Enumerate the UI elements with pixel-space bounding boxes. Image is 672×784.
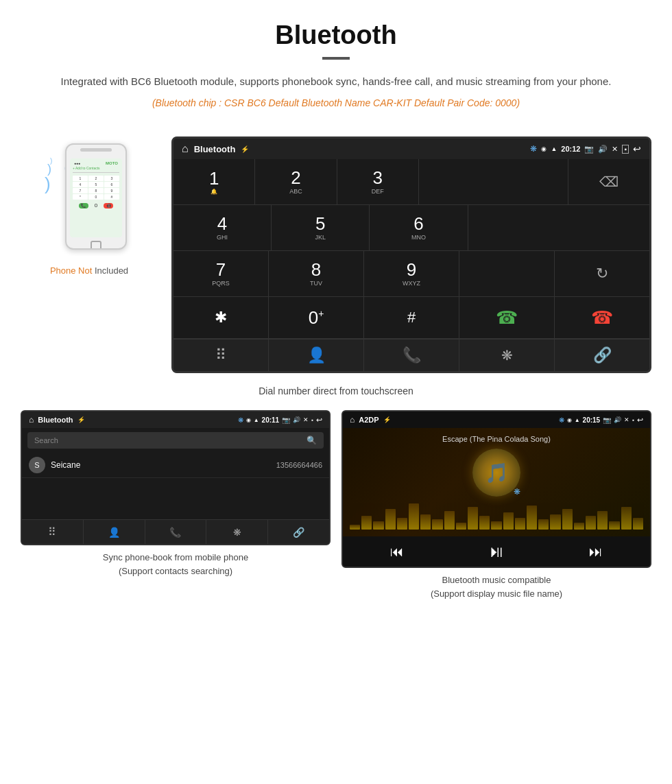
- key-9[interactable]: 9 WXYZ: [364, 251, 459, 296]
- pb-nav-bluetooth[interactable]: ❋: [206, 520, 268, 544]
- music-wifi-icon: ▲: [575, 417, 580, 423]
- empty-row3a: [459, 251, 555, 296]
- play-pause-button[interactable]: ⏯: [488, 542, 505, 561]
- pb-search-placeholder: Search: [34, 436, 58, 444]
- dial-status-bar: ⌂ Bluetooth ⚡ ❋ ◉ ▲ 20:12 📷 🔊 ✕ ▪ ↩: [173, 139, 649, 159]
- music-eq-bars: [350, 502, 643, 530]
- pb-bt-icon: ❋: [238, 416, 243, 424]
- refresh-button[interactable]: ↻: [555, 251, 649, 296]
- car-dial-screen: ⌂ Bluetooth ⚡ ❋ ◉ ▲ 20:12 📷 🔊 ✕ ▪ ↩ 1 🔔: [171, 136, 651, 373]
- pb-contact-number: 13566664466: [276, 461, 322, 469]
- pb-nav-bar: ⠿ 👤 📞 ❋ 🔗: [22, 519, 329, 544]
- pb-home-icon: ⌂: [29, 415, 34, 425]
- music-screen: ⌂ A2DP ⚡ ❋ ◉ ▲ 20:15 📷 🔊 ✕ ▪ ↩ E: [341, 410, 651, 568]
- pb-nav-person[interactable]: 👤: [84, 520, 145, 544]
- status-time: 20:12: [561, 145, 580, 153]
- dial-screen-label: Bluetooth: [194, 144, 236, 154]
- pb-nav-link[interactable]: 🔗: [268, 520, 329, 544]
- nav-grid[interactable]: ⠿: [173, 340, 269, 371]
- phone-area: ) ) ) ϴ ●●● MOTO + Add to Contacts: [21, 136, 158, 276]
- nav-phone[interactable]: 📞: [364, 340, 459, 371]
- pb-status-bar: ⌂ Bluetooth ⚡ ❋ ◉ ▲ 20:11 📷 🔊 ✕ ▪ ↩: [22, 412, 329, 428]
- nav-person[interactable]: 👤: [269, 340, 364, 371]
- dial-row-2: 4 GHI 5 JKL 6 MNO: [173, 205, 649, 251]
- music-caption: Bluetooth music compatible(Support displ…: [431, 573, 562, 600]
- key-5[interactable]: 5 JKL: [272, 205, 370, 250]
- pb-contact-row: S Seicane 13566664466: [22, 453, 329, 478]
- dial-row-4: ✱ 0+ # ☎ ☎: [173, 297, 649, 339]
- music-home-icon: ⌂: [350, 415, 355, 425]
- bottom-screenshots: ⌂ Bluetooth ⚡ ❋ ◉ ▲ 20:11 📷 🔊 ✕ ▪ ↩: [0, 410, 672, 600]
- pb-win-icon: ▪: [311, 417, 313, 423]
- header-specs: (Bluetooth chip : CSR BC6 Default Blueto…: [41, 95, 631, 110]
- refresh-icon: ↻: [596, 265, 608, 283]
- header-description: Integrated with BC6 Bluetooth module, su…: [41, 73, 631, 90]
- pb-contact-name: Seicane: [51, 460, 271, 470]
- page-title: Bluetooth: [41, 21, 631, 50]
- key-7[interactable]: 7 PQRS: [173, 251, 269, 296]
- bt-status-icon: ❋: [530, 144, 537, 154]
- nav-link[interactable]: 🔗: [555, 340, 649, 371]
- pb-title: Bluetooth: [38, 416, 73, 424]
- music-vol-icon: 🔊: [614, 416, 621, 423]
- key-2[interactable]: 2 ABC: [255, 159, 337, 204]
- music-song-title: Escape (The Pina Colada Song): [442, 435, 551, 443]
- home-icon: ⌂: [182, 143, 189, 155]
- dial-display: [419, 159, 568, 204]
- pb-nav-grid[interactable]: ⠿: [22, 520, 84, 544]
- dial-row-3: 7 PQRS 8 TUV 9 WXYZ ↻: [173, 251, 649, 297]
- music-main-area: Escape (The Pina Colada Song) 🎵 ❋: [343, 428, 650, 536]
- skip-back-button[interactable]: ⏮: [390, 544, 404, 560]
- pb-nav-phone[interactable]: 📞: [145, 520, 207, 544]
- music-controls: ⏮ ⏯ ⏭: [343, 536, 650, 567]
- pb-loc-icon: ◉: [246, 417, 251, 423]
- delete-icon: ⌫: [599, 174, 619, 190]
- music-time: 20:15: [583, 416, 601, 424]
- pb-close-icon: ✕: [303, 416, 309, 423]
- music-status-bar: ⌂ A2DP ⚡ ❋ ◉ ▲ 20:15 📷 🔊 ✕ ▪ ↩: [343, 412, 650, 428]
- skip-forward-button[interactable]: ⏭: [589, 544, 603, 560]
- music-screenshot-box: ⌂ A2DP ⚡ ❋ ◉ ▲ 20:15 📷 🔊 ✕ ▪ ↩ E: [341, 410, 651, 600]
- bluetooth-waves-icon: ) ) ): [45, 157, 52, 195]
- location-icon: ◉: [541, 145, 547, 152]
- volume-icon: 🔊: [598, 145, 608, 154]
- phone-mockup: ●●● MOTO + Add to Contacts 123 456 789 *…: [65, 143, 127, 250]
- pb-cam-icon: 📷: [282, 416, 290, 424]
- music-usb-icon: ⚡: [383, 416, 391, 423]
- search-icon: 🔍: [307, 436, 317, 445]
- phonebook-caption: Sync phone-book from mobile phone(Suppor…: [103, 551, 248, 578]
- wifi-icon: ▲: [551, 145, 557, 152]
- key-6[interactable]: 6 MNO: [370, 205, 468, 250]
- phonebook-screen: ⌂ Bluetooth ⚡ ❋ ◉ ▲ 20:11 📷 🔊 ✕ ▪ ↩: [21, 410, 331, 545]
- music-album-art: 🎵 ❋: [472, 449, 520, 497]
- pb-usb-icon: ⚡: [77, 416, 85, 423]
- header-divider: [322, 57, 350, 60]
- key-4[interactable]: 4 GHI: [173, 205, 272, 250]
- key-hash[interactable]: #: [364, 297, 459, 338]
- dial-nav-bar: ⠿ 👤 📞 ❋ 🔗: [173, 339, 649, 371]
- music-bt-icon: ❋: [559, 416, 564, 424]
- key-0[interactable]: 0+: [269, 297, 364, 338]
- call-button[interactable]: ☎: [459, 297, 555, 338]
- music-cam-icon: 📷: [603, 416, 611, 424]
- key-3[interactable]: 3 DEF: [337, 159, 419, 204]
- key-8[interactable]: 8 TUV: [269, 251, 364, 296]
- dial-row-1: 1 🔔 2 ABC 3 DEF ⌫: [173, 159, 649, 205]
- middle-section: ) ) ) ϴ ●●● MOTO + Add to Contacts: [0, 130, 672, 380]
- nav-bluetooth[interactable]: ❋: [459, 340, 555, 371]
- key-1[interactable]: 1 🔔: [173, 159, 255, 204]
- delete-button[interactable]: ⌫: [568, 159, 649, 204]
- pb-search-bar[interactable]: Search 🔍: [27, 432, 324, 449]
- phone-not-included-label: Phone Not Included: [50, 265, 128, 276]
- end-call-icon: ☎: [591, 307, 613, 329]
- music-bt-badge-icon: ❋: [514, 487, 520, 497]
- close-icon: ✕: [612, 145, 618, 154]
- pb-contact-avatar: S: [29, 457, 45, 473]
- pb-wifi-icon: ▲: [254, 417, 259, 423]
- pb-empty-space: [22, 478, 329, 519]
- end-call-button[interactable]: ☎: [555, 297, 649, 338]
- music-note-icon: 🎵: [485, 462, 509, 484]
- usb-icon: ⚡: [241, 145, 249, 153]
- key-star[interactable]: ✱: [173, 297, 269, 338]
- music-loc-icon: ◉: [567, 417, 572, 423]
